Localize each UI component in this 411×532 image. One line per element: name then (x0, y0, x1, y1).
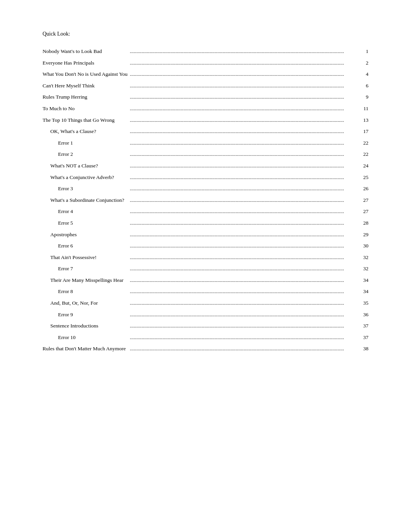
toc-page-number: 24 (357, 160, 368, 172)
toc-title: Error 7 (43, 263, 130, 275)
toc-title: And, But, Or, Nor, For (43, 297, 130, 309)
toc-entry: OK, What's a Clause?17 (43, 126, 368, 137)
toc-title: What's a Subordinate Conjunction? (43, 194, 130, 206)
toc-page-number: 22 (357, 148, 368, 160)
toc-title: Error 10 (43, 332, 130, 343)
toc-page-number: 35 (357, 297, 368, 309)
toc-title: Error 1 (43, 137, 130, 149)
toc-page-number: 29 (357, 229, 368, 240)
toc-dots (130, 172, 357, 183)
toc-dots (130, 68, 357, 80)
toc-entry: Error 936 (43, 309, 368, 321)
toc-title: Can't Here Myself Think (43, 80, 130, 92)
toc-page-number: 17 (357, 126, 368, 137)
toc-entry: Their Are Many Misspellings Hear34 (43, 275, 368, 286)
toc-dots (130, 332, 357, 343)
toc-entry: Error 834 (43, 286, 368, 297)
quick-look-label: Quick Look: (43, 31, 368, 37)
toc-page-number: 6 (357, 80, 368, 92)
toc-title: Rules that Don't Matter Much Anymore (43, 343, 130, 355)
toc-dots (130, 206, 357, 217)
toc-entry: Error 427 (43, 206, 368, 217)
toc-title: Error 3 (43, 183, 130, 194)
toc-dots (130, 80, 357, 92)
toc-page-number: 28 (357, 217, 368, 229)
toc-title: OK, What's a Clause? (43, 126, 130, 137)
toc-dots (130, 137, 357, 149)
toc-entry: Error 122 (43, 137, 368, 149)
toc-dots (130, 286, 357, 297)
toc-entry: Rules that Don't Matter Much Anymore38 (43, 343, 368, 355)
toc-page-number: 32 (357, 252, 368, 263)
toc-dots (130, 114, 357, 126)
toc-dots (130, 126, 357, 137)
toc-dots (130, 275, 357, 286)
toc-page-number: 27 (357, 194, 368, 206)
toc-page-number: 25 (357, 172, 368, 183)
toc-title: Error 4 (43, 206, 130, 217)
toc-entry: Apostrophes29 (43, 229, 368, 240)
toc-dots (130, 194, 357, 206)
toc-title: Apostrophes (43, 229, 130, 240)
toc-title: Sentence Introductions (43, 320, 130, 332)
toc-dots (130, 217, 357, 229)
toc-page-number: 37 (357, 320, 368, 332)
toc-page-number: 2 (357, 57, 368, 69)
toc-title: To Much to No (43, 103, 130, 114)
toc-page-number: 11 (357, 103, 368, 114)
toc-page-number: 26 (357, 183, 368, 194)
toc-page-number: 27 (357, 206, 368, 217)
toc-title: Error 6 (43, 240, 130, 252)
toc-dots (130, 309, 357, 321)
toc-entry: Error 528 (43, 217, 368, 229)
toc-entry: Error 732 (43, 263, 368, 275)
toc-entry: Error 630 (43, 240, 368, 252)
toc-entry: Everyone Has Principals2 (43, 57, 368, 69)
toc-entry: The Top 10 Things that Go Wrong13 (43, 114, 368, 126)
toc-entry: Can't Here Myself Think6 (43, 80, 368, 92)
toc-dots (130, 320, 357, 332)
toc-entry: To Much to No11 (43, 103, 368, 114)
toc-entry: What You Don't No is Used Against You4 (43, 68, 368, 80)
toc-entry: Nobody Want's to Look Bad1 (43, 46, 368, 57)
toc-page-number: 32 (357, 263, 368, 275)
toc-entry: That Ain't Possessive!32 (43, 252, 368, 263)
toc-dots (130, 252, 357, 263)
toc-title: What You Don't No is Used Against You (43, 68, 130, 80)
toc-entry: Error 1037 (43, 332, 368, 343)
toc-dots (130, 240, 357, 252)
toc-dots (130, 229, 357, 240)
toc-dots (130, 297, 357, 309)
toc-entry: Error 222 (43, 148, 368, 160)
toc-entry: What's NOT a Clause?24 (43, 160, 368, 172)
toc-page-number: 4 (357, 68, 368, 80)
toc-title: What's a Conjunctive Adverb? (43, 172, 130, 183)
toc-page-number: 34 (357, 275, 368, 286)
toc-title: Nobody Want's to Look Bad (43, 46, 130, 57)
toc-dots (130, 148, 357, 160)
toc-page-number: 13 (357, 114, 368, 126)
toc-title: What's NOT a Clause? (43, 160, 130, 172)
toc-entry: And, But, Or, Nor, For35 (43, 297, 368, 309)
toc-page-number: 1 (357, 46, 368, 57)
toc-page-number: 38 (357, 343, 368, 355)
toc-entry: What's a Conjunctive Adverb?25 (43, 172, 368, 183)
toc-title: Error 2 (43, 148, 130, 160)
toc-title: Their Are Many Misspellings Hear (43, 275, 130, 286)
toc-title: That Ain't Possessive! (43, 252, 130, 263)
toc-title: The Top 10 Things that Go Wrong (43, 114, 130, 126)
toc-entry: What's a Subordinate Conjunction?27 (43, 194, 368, 206)
toc-title: Rules Trump Herring (43, 91, 130, 103)
toc-entry: Sentence Introductions37 (43, 320, 368, 332)
toc-dots (130, 91, 357, 103)
toc-page-number: 9 (357, 91, 368, 103)
toc-dots (130, 103, 357, 114)
toc-dots (130, 46, 357, 57)
toc-page-number: 22 (357, 137, 368, 149)
toc-title: Error 8 (43, 286, 130, 297)
toc-entry: Error 326 (43, 183, 368, 194)
toc-dots (130, 263, 357, 275)
toc-title: Error 5 (43, 217, 130, 229)
toc-dots (130, 343, 357, 355)
toc-title: Error 9 (43, 309, 130, 321)
